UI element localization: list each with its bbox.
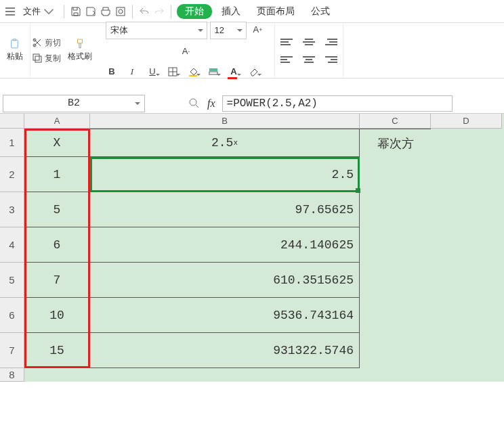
redo-icon[interactable] <box>153 5 165 18</box>
clipboard-icon <box>9 39 20 49</box>
cell[interactable] <box>431 298 502 333</box>
row-header[interactable]: 2 <box>0 157 24 192</box>
cell[interactable] <box>431 227 502 263</box>
col-header-c[interactable]: C <box>360 114 431 129</box>
select-all-corner[interactable] <box>0 114 24 129</box>
cell-selected[interactable]: 2.5 <box>90 157 360 192</box>
cell[interactable]: 9536.743164 <box>90 298 360 333</box>
underline-button[interactable]: U <box>144 64 161 80</box>
cell[interactable]: 610.3515625 <box>90 263 360 298</box>
row-header[interactable]: 8 <box>0 368 24 382</box>
cell[interactable]: 15 <box>24 333 90 368</box>
align-center-button[interactable] <box>301 53 317 66</box>
cell[interactable] <box>431 263 502 298</box>
row-header[interactable]: 5 <box>0 263 24 298</box>
clear-format-button[interactable] <box>245 64 263 80</box>
cell[interactable]: 5 <box>24 192 90 227</box>
cell[interactable] <box>431 333 502 368</box>
scissors-icon <box>32 37 43 48</box>
svg-point-13 <box>190 99 196 106</box>
svg-rect-11 <box>209 68 217 71</box>
zoom-icon[interactable] <box>188 97 201 110</box>
align-right-button[interactable] <box>321 53 337 66</box>
cell[interactable] <box>360 192 431 227</box>
svg-rect-2 <box>12 40 18 48</box>
cell[interactable] <box>360 298 431 333</box>
tab-insert[interactable]: 插入 <box>215 4 247 19</box>
row-header[interactable]: 3 <box>0 192 24 227</box>
cell[interactable] <box>360 333 431 368</box>
col-header-d[interactable]: D <box>431 114 502 129</box>
cell[interactable]: 2.5x <box>90 129 360 157</box>
font-name-select[interactable]: 宋体 <box>106 22 207 39</box>
cut-button[interactable]: 剪切 <box>32 37 61 49</box>
cell[interactable]: 244.140625 <box>90 227 360 263</box>
bold-button[interactable]: B <box>103 64 121 80</box>
print-icon[interactable] <box>100 5 112 18</box>
cell[interactable] <box>360 263 431 298</box>
svg-rect-10 <box>189 75 197 76</box>
row-header[interactable]: 4 <box>0 227 24 263</box>
align-middle-button[interactable] <box>301 35 317 49</box>
cell[interactable] <box>360 157 431 192</box>
italic-button[interactable]: I <box>123 64 141 80</box>
row-header[interactable]: 1 <box>0 129 24 157</box>
cell[interactable]: 6 <box>24 227 90 263</box>
svg-rect-12 <box>209 72 217 74</box>
cell[interactable]: 97.65625 <box>90 192 360 227</box>
cell[interactable]: 1 <box>24 157 90 192</box>
cell[interactable]: X <box>24 129 90 157</box>
svg-rect-7 <box>35 56 41 62</box>
tab-formula[interactable]: 公式 <box>304 4 337 19</box>
font-color-button[interactable]: A <box>225 64 243 80</box>
svg-rect-8 <box>78 39 83 43</box>
cell[interactable]: 931322.5746 <box>90 333 360 368</box>
fx-label[interactable]: fx <box>207 97 215 110</box>
undo-icon[interactable] <box>138 5 150 18</box>
paste-button[interactable]: 粘贴 <box>7 39 23 62</box>
preview-icon[interactable] <box>114 5 127 18</box>
fill-color-button[interactable] <box>184 64 202 80</box>
menu-icon[interactable] <box>4 5 16 18</box>
spreadsheet-grid[interactable]: A B C D 1 X 2.5x 幂次方 2 1 2.5 3 5 97.6562… <box>0 114 504 382</box>
align-top-button[interactable] <box>280 35 297 49</box>
border-button[interactable] <box>164 64 182 80</box>
svg-point-1 <box>119 9 123 14</box>
cell[interactable]: 10 <box>24 298 90 333</box>
copy-button[interactable]: 复制 <box>32 53 61 64</box>
col-header-b[interactable]: B <box>90 114 360 129</box>
file-label: 文件 <box>23 5 41 18</box>
decrease-font-button[interactable]: A- <box>177 43 195 60</box>
cell[interactable] <box>431 129 502 157</box>
cell[interactable] <box>431 192 502 227</box>
svg-rect-0 <box>117 7 125 16</box>
tab-start[interactable]: 开始 <box>177 4 212 19</box>
row-header[interactable]: 7 <box>0 333 24 368</box>
col-header-a[interactable]: A <box>24 114 90 129</box>
row-header[interactable]: 6 <box>0 298 24 333</box>
brush-icon <box>75 39 85 49</box>
align-left-button[interactable] <box>280 53 297 66</box>
cell[interactable] <box>431 157 502 192</box>
cell[interactable]: 7 <box>24 263 90 298</box>
cell-style-button[interactable] <box>205 64 222 80</box>
saveas-icon[interactable] <box>85 5 97 18</box>
bucket-icon <box>188 66 198 77</box>
eraser-icon <box>249 66 259 77</box>
svg-rect-6 <box>33 54 39 60</box>
border-icon <box>167 66 178 77</box>
save-icon[interactable] <box>70 5 82 18</box>
cell[interactable]: 幂次方 <box>360 129 431 157</box>
copy-icon <box>32 53 43 64</box>
tab-layout[interactable]: 页面布局 <box>250 4 301 19</box>
file-menu[interactable]: 文件 <box>19 4 58 19</box>
format-brush-button[interactable]: 格式刷 <box>62 23 98 78</box>
name-box[interactable]: B2 <box>3 95 145 112</box>
font-size-select[interactable]: 12 <box>210 22 247 39</box>
formula-input[interactable]: =POWER(2.5,A2) <box>222 95 453 112</box>
paste-label: 粘贴 <box>7 51 23 62</box>
cell-icon <box>208 66 219 77</box>
align-bottom-button[interactable] <box>321 35 337 49</box>
cell[interactable] <box>360 227 431 263</box>
increase-font-button[interactable]: A+ <box>249 22 267 38</box>
